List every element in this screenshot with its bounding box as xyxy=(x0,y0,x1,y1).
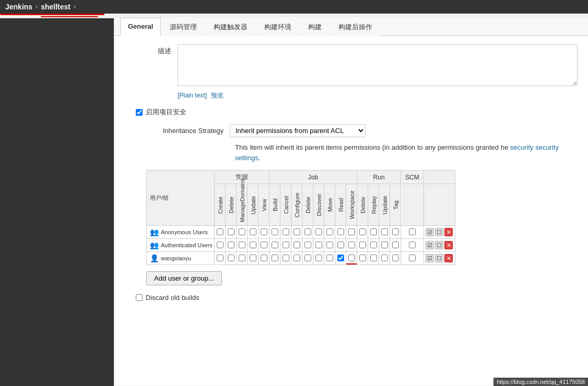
cb-auth-replay[interactable] xyxy=(370,242,377,248)
cb-anonymous-view-cred[interactable] xyxy=(261,228,267,235)
cb-wang-configure[interactable] xyxy=(293,255,300,261)
add-user-button[interactable]: Add user or group... xyxy=(146,271,222,285)
cb-auth-scm[interactable] xyxy=(409,242,416,248)
cb-wang-update-run[interactable] xyxy=(381,255,388,261)
cb-wang-read[interactable] xyxy=(337,255,344,261)
cb-anonymous-create[interactable] xyxy=(217,228,224,235)
cb-anonymous-discover[interactable] xyxy=(315,228,322,235)
cb-auth-cancel[interactable] xyxy=(283,242,289,248)
anonymous-actions: ☑ ☐ ✕ xyxy=(426,228,453,236)
cb-wang-delete-job[interactable] xyxy=(304,255,311,261)
cb-anonymous-move[interactable] xyxy=(326,228,333,235)
anonymous-delete-btn[interactable]: ✕ xyxy=(444,228,453,236)
preview-link[interactable]: 预览 xyxy=(211,91,224,100)
breadcrumb-separator-1: › xyxy=(36,3,38,10)
cb-anonymous-workspace[interactable] xyxy=(348,228,355,235)
col-update-cred: Update xyxy=(248,184,258,226)
cb-anonymous-update-run[interactable] xyxy=(381,228,388,235)
cb-anonymous-build[interactable] xyxy=(272,228,278,235)
tab-env[interactable]: 构建环境 xyxy=(256,18,299,36)
cb-auth-view-cred[interactable] xyxy=(261,242,267,248)
cb-wang-managedomains[interactable] xyxy=(239,255,245,261)
wangxiaoyu-icon: 👤 xyxy=(150,254,159,262)
inheritance-strategy-select[interactable]: Inherit permissions from parent ACL xyxy=(230,124,366,137)
cb-wang-workspace[interactable] xyxy=(348,255,355,261)
sidebar xyxy=(0,18,114,386)
wang-action-2[interactable]: ☐ xyxy=(435,254,443,262)
cb-wang-cancel[interactable] xyxy=(283,255,289,261)
cb-wang-scm[interactable] xyxy=(409,255,416,261)
cb-auth-update-run[interactable] xyxy=(381,242,388,248)
col-create: Create xyxy=(215,184,226,226)
table-row: 👥 Authenticated Users xyxy=(147,239,455,252)
anonymous-action-1[interactable]: ☑ xyxy=(426,228,434,236)
col-cancel: Cancel xyxy=(280,184,291,226)
enable-security-checkbox[interactable] xyxy=(136,109,143,116)
cb-anonymous-update-cred[interactable] xyxy=(250,228,256,235)
tab-post[interactable]: 构建后操作 xyxy=(331,18,380,36)
cb-wang-build[interactable] xyxy=(272,255,278,261)
anonymous-action-2[interactable]: ☐ xyxy=(435,228,443,236)
auth-action-1[interactable]: ☑ xyxy=(426,241,434,249)
info-text-content: This item will inherit its parent items … xyxy=(235,143,508,151)
group-header-run: Run xyxy=(357,171,401,184)
authenticated-label: Authenticated Users xyxy=(161,242,213,248)
cb-anonymous-managedomains[interactable] xyxy=(239,228,245,235)
cb-anonymous-delete-cred[interactable] xyxy=(228,228,234,235)
cb-auth-move[interactable] xyxy=(326,242,333,248)
wangxiaoyu-label: wangxiaoyu xyxy=(161,255,191,261)
cb-wang-replay[interactable] xyxy=(370,255,377,261)
cb-auth-delete-cred[interactable] xyxy=(228,242,234,248)
cb-anonymous-tag[interactable] xyxy=(392,228,399,235)
cb-anonymous-scm[interactable] xyxy=(409,228,416,235)
auth-delete-btn[interactable]: ✕ xyxy=(444,241,453,249)
wang-action-1[interactable]: ☑ xyxy=(426,254,434,262)
user-cell-authenticated: 👥 Authenticated Users xyxy=(147,239,215,252)
cb-auth-discover[interactable] xyxy=(315,242,322,248)
cb-auth-build[interactable] xyxy=(272,242,278,248)
cb-wang-discover[interactable] xyxy=(315,255,322,261)
tab-build[interactable]: 构建 xyxy=(300,18,330,36)
cb-anonymous-cancel[interactable] xyxy=(283,228,289,235)
cb-anonymous-delete-run[interactable] xyxy=(359,228,366,235)
col-delete-job: Delete xyxy=(302,184,313,226)
add-user-row: Add user or group... xyxy=(125,271,578,285)
tab-scm[interactable]: 源码管理 xyxy=(162,18,205,36)
tab-general[interactable]: General xyxy=(120,18,161,36)
inheritance-row: Inheritance Strategy Inherit permissions… xyxy=(125,124,578,137)
cb-auth-update-cred[interactable] xyxy=(250,242,256,248)
cb-wang-delete-run[interactable] xyxy=(359,255,366,261)
jenkins-home-link[interactable]: Jenkins xyxy=(5,3,32,11)
description-textarea[interactable] xyxy=(178,44,578,86)
url-bar: https://blog.csdn.net/qq_41175058 xyxy=(493,378,588,386)
plain-text-link[interactable]: [Plain text] xyxy=(178,92,207,99)
info-text: This item will inherit its parent items … xyxy=(125,142,578,163)
cb-wang-tag[interactable] xyxy=(392,255,399,261)
tab-triggers[interactable]: 构建触发器 xyxy=(206,18,255,36)
cb-wang-view-cred[interactable] xyxy=(261,255,267,261)
col-delete-cred: Delete xyxy=(226,184,237,226)
cb-anonymous-delete-job[interactable] xyxy=(304,228,311,235)
cb-wang-move[interactable] xyxy=(326,255,333,261)
cb-anonymous-replay[interactable] xyxy=(370,228,377,235)
cb-wang-update-cred[interactable] xyxy=(250,255,256,261)
cb-auth-configure[interactable] xyxy=(293,242,300,248)
cb-anonymous-read[interactable] xyxy=(337,228,344,235)
tab-bar: General 源码管理 构建触发器 构建环境 构建 构建后操作 xyxy=(115,18,588,36)
auth-action-2[interactable]: ☐ xyxy=(435,241,443,249)
cb-auth-create[interactable] xyxy=(217,242,224,248)
cb-wang-create[interactable] xyxy=(217,255,224,261)
cb-auth-read[interactable] xyxy=(337,242,344,248)
cb-auth-tag[interactable] xyxy=(392,242,399,248)
cb-auth-workspace[interactable] xyxy=(348,242,355,248)
user-cell-anonymous: 👥 Anonymous Users xyxy=(147,226,215,239)
discard-old-builds-checkbox[interactable] xyxy=(136,294,143,301)
col-update-run: Update xyxy=(379,184,390,226)
wang-delete-btn[interactable]: ✕ xyxy=(444,254,453,262)
cb-auth-delete-job[interactable] xyxy=(304,242,311,248)
cb-auth-delete-run[interactable] xyxy=(359,242,366,248)
cb-wang-delete-cred[interactable] xyxy=(228,255,234,261)
current-item-label[interactable]: shelltest xyxy=(41,3,70,11)
cb-auth-managedomains[interactable] xyxy=(239,242,245,248)
cb-anonymous-configure[interactable] xyxy=(293,228,300,235)
